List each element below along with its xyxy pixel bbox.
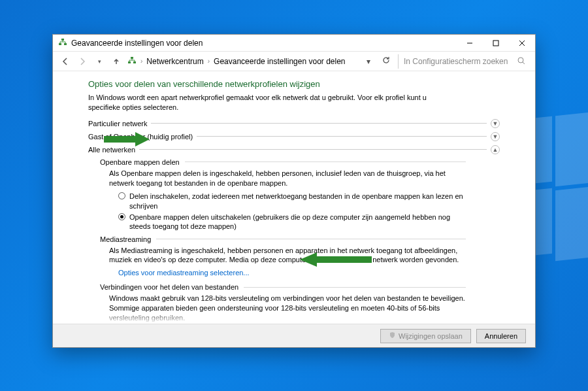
button-label: Annuleren (485, 332, 517, 340)
section-label: Particulier netwerk (88, 120, 147, 128)
subsection-file-sharing-connections: Verbindingen voor het delen van bestande… (100, 283, 466, 291)
nav-back-button[interactable] (59, 56, 71, 67)
section-label: Gast of Openbaar (huidig profiel) (88, 133, 193, 141)
page-intro: In Windows wordt een apart netwerkprofie… (88, 93, 454, 112)
subsection-public-folder-sharing: Openbare mappen delen (100, 158, 466, 166)
file-sharing-desc: Windows maakt gebruik van 128-bits versl… (109, 294, 466, 323)
separator-icon: › (208, 58, 210, 65)
search-placeholder: In Configuratiescherm zoeken (404, 57, 508, 66)
subsection-label: Mediastreaming (100, 235, 151, 243)
subsection-label: Openbare mappen delen (100, 158, 180, 166)
chevron-down-icon: ▼ (491, 132, 500, 141)
section-private-network[interactable]: Particulier netwerk ▼ (88, 119, 500, 128)
separator-icon: › (140, 58, 142, 65)
radio-label: Openbare mappen delen uitschakelen (gebr… (129, 212, 466, 231)
breadcrumb-item[interactable]: Geavanceerde instellingen voor delen (214, 57, 345, 66)
cancel-button[interactable]: Annuleren (476, 329, 526, 343)
svg-rect-2 (61, 39, 64, 41)
svg-rect-4 (128, 61, 131, 63)
nav-up-button[interactable] (110, 56, 122, 67)
network-icon (127, 56, 137, 67)
button-bar: Wijzigingen opslaan Annuleren (53, 324, 535, 347)
network-icon (58, 37, 67, 48)
titlebar: Geavanceerde instellingen voor delen (53, 35, 535, 52)
svg-rect-5 (133, 61, 136, 63)
subsection-label: Verbindingen voor het delen van bestande… (100, 283, 238, 291)
section-label: Alle netwerken (88, 146, 135, 154)
content-area: Opties voor delen van verschillende netw… (53, 71, 535, 324)
search-input[interactable]: In Configuratiescherm zoeken (398, 54, 529, 69)
radio-label: Delen inschakelen, zodat iedereen met ne… (129, 192, 466, 211)
subsection-media-streaming: Mediastreaming (100, 235, 466, 243)
button-label: Wijzigingen opslaan (399, 332, 463, 340)
radio-icon (118, 192, 125, 199)
media-streaming-options-link[interactable]: Opties voor mediastreaming selecteren... (118, 269, 250, 277)
breadcrumb[interactable]: › Netwerkcentrum › Geavanceerde instelli… (127, 56, 374, 67)
media-streaming-desc: Als Mediastreaming is ingeschakeld, hebb… (109, 246, 466, 265)
svg-rect-1 (64, 43, 67, 45)
svg-rect-0 (59, 43, 61, 45)
chevron-up-icon: ▲ (491, 145, 500, 154)
search-icon (517, 56, 526, 67)
save-changes-button[interactable]: Wijzigingen opslaan (380, 329, 471, 343)
radio-enable-sharing[interactable]: Delen inschakelen, zodat iedereen met ne… (118, 192, 466, 211)
breadcrumb-dropdown-icon[interactable]: ▾ (367, 57, 370, 66)
breadcrumb-item[interactable]: Netwerkcentrum (146, 57, 203, 66)
chevron-down-icon: ▼ (491, 119, 500, 128)
svg-rect-3 (493, 41, 498, 46)
window-title: Geavanceerde instellingen voor delen (71, 39, 457, 48)
page-title: Opties voor delen van verschillende netw… (88, 79, 500, 89)
nav-recent-button[interactable]: ▾ (93, 56, 105, 67)
maximize-button[interactable] (483, 35, 509, 52)
nav-forward-button[interactable] (76, 56, 88, 67)
section-all-networks[interactable]: Alle netwerken ▲ (88, 145, 500, 154)
minimize-button[interactable] (457, 35, 483, 52)
navbar: ▾ › Netwerkcentrum › Geavanceerde instel… (53, 52, 535, 71)
radio-disable-sharing[interactable]: Openbare mappen delen uitschakelen (gebr… (118, 212, 466, 231)
shield-icon (389, 332, 396, 340)
refresh-button[interactable] (380, 56, 393, 67)
close-button[interactable] (509, 35, 535, 52)
advanced-sharing-window: Geavanceerde instellingen voor delen ▾ ›… (52, 34, 536, 348)
svg-rect-6 (131, 57, 133, 59)
public-sharing-desc: Als Openbare mappen delen is ingeschakel… (109, 169, 466, 188)
svg-point-7 (518, 58, 523, 63)
section-guest-public[interactable]: Gast of Openbaar (huidig profiel) ▼ (88, 132, 500, 141)
radio-icon (118, 213, 125, 220)
